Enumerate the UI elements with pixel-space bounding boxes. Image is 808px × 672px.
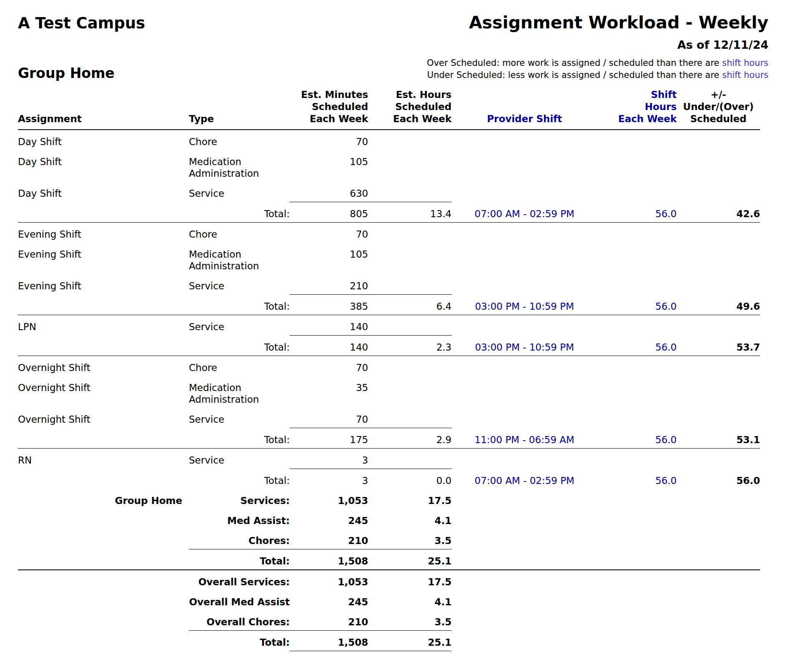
type-cell: Medication Administration xyxy=(189,243,290,274)
provider-shift-cell: 07:00 AM - 02:59 PM xyxy=(452,202,597,223)
provider-shift-cell: 11:00 PM - 06:59 AM xyxy=(452,428,597,449)
page-title: Assignment Workload - Weekly xyxy=(469,13,768,33)
assignment-cell: LPN xyxy=(18,315,189,336)
under-over-cell: 56.0 xyxy=(677,469,760,489)
col-under-over: +/- Under/(Over) Scheduled xyxy=(677,82,760,130)
schedule-legend: Over Scheduled: more work is assigned / … xyxy=(427,57,768,81)
type-cell: Chore xyxy=(189,223,290,243)
type-cell: Chore xyxy=(189,130,290,150)
total-minutes-cell: 385 xyxy=(290,295,368,315)
table-row: RN Service 3 xyxy=(18,449,760,469)
minutes-cell: 70 xyxy=(290,408,368,428)
total-minutes-cell: 3 xyxy=(290,469,368,489)
total-label-cell: Total: xyxy=(189,631,290,651)
workload-table: Assignment Type Est. Minutes Scheduled E… xyxy=(18,82,760,651)
table-row: Evening Shift Medication Administration … xyxy=(18,243,760,274)
as-of-date: As of 12/11/24 xyxy=(18,38,768,51)
col-provider-shift: Provider Shift xyxy=(452,82,597,130)
total-label-cell: Total: xyxy=(189,469,290,489)
total-minutes-cell: 1,508 xyxy=(290,631,368,651)
under-over-cell: 53.1 xyxy=(677,428,760,449)
under-over-cell: 42.6 xyxy=(677,202,760,223)
overall-minutes-cell: 245 xyxy=(290,590,368,610)
summary-group-cell: Group Home xyxy=(18,489,189,509)
table-row: Day Shift Service 630 xyxy=(18,182,760,202)
under-over-cell: 49.6 xyxy=(677,295,760,315)
minutes-cell: 3 xyxy=(290,449,368,469)
overall-hours-cell: 17.5 xyxy=(368,570,452,590)
shift-hours-link[interactable]: shift hours xyxy=(722,58,768,68)
under-over-cell: 53.7 xyxy=(677,336,760,356)
overall-row: Overall Med Assist 245 4.1 xyxy=(18,590,760,610)
type-cell: Service xyxy=(189,182,290,202)
summary-hours-cell: 17.5 xyxy=(368,489,452,509)
table-row: Overnight Shift Medication Administratio… xyxy=(18,376,760,408)
assignment-cell: Day Shift xyxy=(18,182,189,202)
summary-label-cell: Services: xyxy=(189,489,290,509)
assignment-cell: Evening Shift xyxy=(18,223,189,243)
col-est-hours: Est. Hours Scheduled Each Week xyxy=(368,82,452,130)
type-cell: Service xyxy=(189,274,290,295)
overall-label-cell: Overall Services: xyxy=(18,570,290,590)
minutes-cell: 35 xyxy=(290,376,368,408)
summary-total-row: Total: 1,508 25.1 xyxy=(18,549,760,570)
minutes-cell: 210 xyxy=(290,274,368,295)
group-total-row: Total: 805 13.4 07:00 AM - 02:59 PM 56.0… xyxy=(18,202,760,223)
table-row: Evening Shift Service 210 xyxy=(18,274,760,295)
shift-hours-cell: 56.0 xyxy=(597,428,677,449)
total-label-cell: Total: xyxy=(189,202,290,223)
type-cell: Service xyxy=(189,449,290,469)
minutes-cell: 70 xyxy=(290,356,368,376)
provider-shift-cell: 07:00 AM - 02:59 PM xyxy=(452,469,597,489)
legend-over-text: Over Scheduled: more work is assigned / … xyxy=(427,58,719,68)
total-hours-cell: 25.1 xyxy=(368,631,452,651)
shift-hours-cell: 56.0 xyxy=(597,295,677,315)
provider-shift-cell: 03:00 PM - 10:59 PM xyxy=(452,336,597,356)
table-row: Day Shift Medication Administration 105 xyxy=(18,150,760,182)
col-assignment: Assignment xyxy=(18,82,189,130)
shift-hours-link[interactable]: shift hours xyxy=(722,70,768,80)
report-page: { "colors": { "accent": "#00009a", "link… xyxy=(0,0,808,672)
assignment-cell: RN xyxy=(18,449,189,469)
summary-hours-cell: 4.1 xyxy=(368,509,452,529)
total-hours-cell: 6.4 xyxy=(368,295,452,315)
assignment-cell: Evening Shift xyxy=(18,243,189,274)
col-est-minutes: Est. Minutes Scheduled Each Week xyxy=(290,82,368,130)
total-hours-cell: 2.3 xyxy=(368,336,452,356)
minutes-cell: 105 xyxy=(290,150,368,182)
total-label-cell: Total: xyxy=(189,336,290,356)
summary-hours-cell: 3.5 xyxy=(368,529,452,549)
table-row: Overnight Shift Chore 70 xyxy=(18,356,760,376)
type-cell: Service xyxy=(189,315,290,336)
overall-total-row: Total: 1,508 25.1 xyxy=(18,631,760,651)
overall-minutes-cell: 1,053 xyxy=(290,570,368,590)
legend-under-text: Under Scheduled: less work is assigned /… xyxy=(427,70,720,80)
assignment-cell: Day Shift xyxy=(18,130,189,150)
group-total-row: Total: 385 6.4 03:00 PM - 10:59 PM 56.0 … xyxy=(18,295,760,315)
total-label-cell: Total: xyxy=(189,549,290,570)
type-cell: Medication Administration xyxy=(189,150,290,182)
group-total-row: Total: 3 0.0 07:00 AM - 02:59 PM 56.0 56… xyxy=(18,469,760,489)
total-hours-cell: 0.0 xyxy=(368,469,452,489)
table-row: Overnight Shift Service 70 xyxy=(18,408,760,428)
assignment-cell: Evening Shift xyxy=(18,274,189,295)
total-label-cell: Total: xyxy=(189,295,290,315)
minutes-cell: 70 xyxy=(290,223,368,243)
total-label-cell: Total: xyxy=(189,428,290,449)
col-type: Type xyxy=(189,82,290,130)
location-title: Group Home xyxy=(18,65,115,81)
shift-hours-cell: 56.0 xyxy=(597,469,677,489)
overall-minutes-cell: 210 xyxy=(290,610,368,631)
col-shift-hours: Shift Hours Each Week xyxy=(597,82,677,130)
total-hours-cell: 25.1 xyxy=(368,549,452,570)
group-total-row: Total: 140 2.3 03:00 PM - 10:59 PM 56.0 … xyxy=(18,336,760,356)
report-header: A Test Campus Assignment Workload - Week… xyxy=(18,13,808,81)
overall-hours-cell: 3.5 xyxy=(368,610,452,631)
legend-under-line: Under Scheduled: less work is assigned /… xyxy=(427,69,768,81)
overall-row: Overall Chores: 210 3.5 xyxy=(18,610,760,631)
summary-label-cell: Chores: xyxy=(189,529,290,549)
total-minutes-cell: 140 xyxy=(290,336,368,356)
total-hours-cell: 2.9 xyxy=(368,428,452,449)
overall-hours-cell: 4.1 xyxy=(368,590,452,610)
total-hours-cell: 13.4 xyxy=(368,202,452,223)
